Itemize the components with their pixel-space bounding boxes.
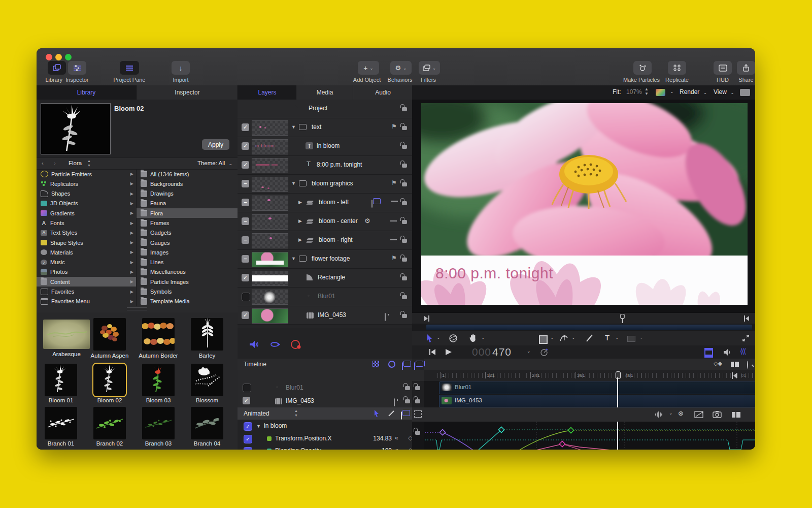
- layer-row-bloom-right[interactable]: ▶ bloom - right: [238, 231, 412, 250]
- tab-audio[interactable]: Audio: [353, 85, 413, 100]
- lock-icon[interactable]: [402, 314, 407, 318]
- apply-button[interactable]: Apply: [202, 139, 229, 150]
- visibility-checkbox-off[interactable]: [242, 293, 250, 301]
- item-thumb-branch-01[interactable]: [45, 407, 77, 439]
- text-tool-icon[interactable]: T: [605, 333, 610, 342]
- item-thumb-arabesque[interactable]: [43, 320, 90, 349]
- add-object-button[interactable]: +⌄: [358, 61, 379, 75]
- transform-3d-tool-icon[interactable]: [449, 334, 458, 342]
- timeline-row-blur01[interactable]: Blur01: [238, 381, 413, 395]
- subcategory-template-media[interactable]: Template Media: [137, 297, 238, 306]
- link-icon[interactable]: [385, 313, 386, 321]
- clip-bar-img0453[interactable]: IMG_0453: [439, 395, 755, 407]
- param-checkbox[interactable]: [244, 422, 252, 431]
- subcategory-gadgets[interactable]: Gadgets: [137, 228, 238, 238]
- timeline-playhead-line[interactable]: [617, 377, 618, 407]
- theme-menu[interactable]: Theme: All ⌄: [197, 160, 232, 166]
- chevron-down-icon[interactable]: ⌄: [571, 335, 576, 340]
- show-behaviors-icon[interactable]: [388, 361, 395, 368]
- clear-keyframes-icon[interactable]: ⊗: [678, 409, 684, 417]
- lock-icon[interactable]: [402, 276, 407, 280]
- subcategory-drawings[interactable]: Drawings: [137, 189, 238, 199]
- expand-canvas-icon[interactable]: [742, 334, 750, 342]
- gear-icon[interactable]: ⚙: [364, 217, 370, 225]
- close-window-button[interactable]: [46, 54, 52, 60]
- select-cursor-icon[interactable]: [374, 410, 380, 417]
- chevron-down-icon[interactable]: ⌄: [436, 335, 441, 340]
- layer-row-project[interactable]: Project: [238, 100, 412, 118]
- item-thumb-branch-02[interactable]: [93, 407, 126, 439]
- timeline-track-blur01[interactable]: Blur01: [412, 381, 755, 395]
- lock-icon[interactable]: [415, 431, 420, 435]
- clip-bar-blur01[interactable]: Blur01: [439, 382, 755, 394]
- disclosure-triangle[interactable]: ▶: [298, 200, 302, 205]
- item-thumb-bloom-01[interactable]: [45, 364, 77, 396]
- select-tool-icon[interactable]: [426, 334, 432, 342]
- lock-icon[interactable]: [402, 145, 407, 149]
- subcategory-images[interactable]: Images: [137, 247, 238, 257]
- visibility-checkbox[interactable]: [242, 161, 249, 169]
- disclosure-triangle[interactable]: ▼: [291, 124, 296, 130]
- layer-row-img0453[interactable]: IMG_0453: [238, 306, 412, 325]
- category-photos[interactable]: Photos▶: [37, 267, 136, 277]
- layer-row-rectangle[interactable]: Rectangle: [238, 269, 412, 288]
- camera-snapshot-icon[interactable]: [713, 410, 722, 418]
- fit-stepper-icon[interactable]: ▲▼: [645, 87, 649, 96]
- category-text-styles[interactable]: AText Styles▶: [37, 228, 136, 238]
- view-menu[interactable]: View ⌄: [714, 88, 734, 96]
- minimize-window-button[interactable]: [55, 54, 62, 60]
- lock-icon[interactable]: [402, 107, 407, 111]
- zoom-timeline-icon[interactable]: [747, 361, 748, 369]
- visibility-checkbox[interactable]: [242, 274, 249, 281]
- flag-icon[interactable]: ⚑: [391, 123, 397, 130]
- back-icon[interactable]: ‹: [42, 160, 44, 166]
- chevron-down-icon[interactable]: ⌄: [615, 335, 619, 340]
- layer-row-in-bloom[interactable]: in bloom T in bloom: [238, 137, 412, 156]
- item-label[interactable]: Branch 04: [194, 440, 220, 447]
- keyframe-pair-icon[interactable]: ◇◆: [714, 360, 722, 367]
- visibility-checkbox[interactable]: [242, 123, 249, 131]
- project-pane-button[interactable]: [120, 61, 139, 75]
- bezier-tool-icon[interactable]: [559, 334, 568, 342]
- animated-group-row[interactable]: ▼ in bloom: [238, 420, 413, 432]
- lock-icon[interactable]: [402, 239, 407, 243]
- timer-icon[interactable]: [540, 348, 548, 356]
- nav-current-folder[interactable]: Flora: [69, 160, 82, 166]
- item-thumb-autumn-border[interactable]: [142, 318, 175, 351]
- lock-icon[interactable]: [405, 386, 410, 390]
- category-particle-emitters[interactable]: Particle Emitters▶: [37, 169, 136, 179]
- canvas-mini-timeline[interactable]: [412, 312, 755, 325]
- layer-row-bloom-graphics[interactable]: ▼ bloom graphics ⚑: [238, 175, 412, 194]
- category-materials[interactable]: Materials▶: [37, 247, 136, 257]
- filters-button[interactable]: ⌄: [419, 61, 440, 75]
- subcategory-frames[interactable]: Frames: [137, 218, 238, 228]
- param-checkbox[interactable]: [244, 447, 252, 450]
- chevron-down-icon[interactable]: ⌄: [670, 89, 674, 94]
- layer-row-800pm[interactable]: T 8:00 p.m. tonight: [238, 156, 412, 175]
- share-button[interactable]: [737, 61, 755, 75]
- item-thumb-branch-04[interactable]: [191, 407, 223, 439]
- canvas-area[interactable]: 8:00 p.m. tonight: [412, 100, 755, 312]
- timecode-value[interactable]: 470: [492, 346, 512, 358]
- category-favorites[interactable]: Favorites▶: [37, 287, 136, 296]
- tab-layers[interactable]: Layers: [238, 85, 296, 100]
- nav-stepper-icon[interactable]: ▲▼: [87, 158, 91, 168]
- disclosure-triangle[interactable]: ▶: [298, 237, 302, 242]
- mask-tool-icon-disabled[interactable]: [627, 336, 635, 342]
- visibility-checkbox-mixed[interactable]: [242, 236, 249, 244]
- item-thumb-blossom[interactable]: [191, 364, 223, 396]
- category-shapes[interactable]: Shapes▶: [37, 189, 136, 199]
- scrubber-playhead-pin[interactable]: [620, 314, 625, 323]
- make-particles-button[interactable]: [633, 61, 652, 75]
- item-label[interactable]: Bloom 01: [49, 397, 74, 403]
- fit-value[interactable]: 107%: [626, 88, 642, 96]
- record-icon[interactable]: [290, 339, 301, 350]
- marquee-icon[interactable]: [414, 410, 422, 418]
- disclosure-triangle[interactable]: ▼: [256, 424, 261, 429]
- item-thumb-barley[interactable]: [191, 318, 223, 351]
- rectangle-tool-icon[interactable]: [539, 335, 548, 344]
- library-toolbar-button[interactable]: [48, 61, 66, 75]
- pen-tool-icon[interactable]: [388, 410, 395, 417]
- subcategory-flora[interactable]: Flora: [137, 208, 238, 218]
- layer-row-bloom-center[interactable]: ▶ bloom - center ⚙: [238, 212, 412, 231]
